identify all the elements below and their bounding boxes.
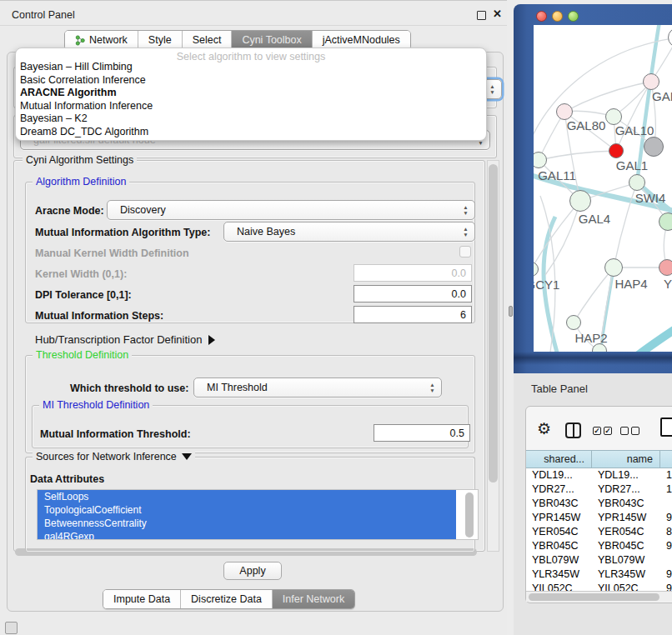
combo-stepper-icon: ▲▼	[429, 382, 436, 393]
manual-kernel-width-checkbox[interactable]	[459, 246, 471, 258]
window-zoom-button[interactable]	[568, 11, 579, 22]
control-panel-title: Control Panel	[12, 9, 75, 21]
network-node-gal4[interactable]	[569, 190, 591, 212]
algorithm-popup-item[interactable]: Mutual Information Inference	[16, 100, 486, 113]
tab-select[interactable]: Select	[182, 31, 232, 49]
network-node-label: SWI4	[635, 191, 666, 205]
tab-style[interactable]: Style	[138, 31, 182, 49]
columns-icon[interactable]	[565, 422, 581, 438]
table-row[interactable]: YIL052CYIL052C9.	[526, 582, 672, 591]
manual-kernel-width-label: Manual Kernel Width Definition	[35, 248, 189, 259]
data-attributes-list[interactable]: SelfLoopsTopologicalCoefficientBetweenne…	[37, 489, 479, 540]
network-node-gal10[interactable]	[605, 108, 622, 125]
algorithm-popup-item[interactable]: Basic Correlation Inference	[16, 74, 486, 88]
split-pane-handle-icon[interactable]	[509, 306, 513, 317]
hub-definition-section[interactable]: Hub/Transcription Factor Definition	[35, 333, 215, 346]
table-row[interactable]: YER054CYER054C8.	[526, 525, 672, 539]
network-node-label: HAP4	[614, 277, 647, 291]
mi-threshold-label: Mutual Information Threshold:	[40, 428, 191, 440]
which-threshold-combobox[interactable]: MI Threshold ▲▼	[193, 378, 442, 398]
sources-title-text: Sources for Network Inference	[36, 451, 177, 462]
table-cell: 12	[660, 482, 672, 497]
deselect-all-icon[interactable]	[631, 427, 639, 435]
data-attribute-item[interactable]: BetweennessCentrality	[38, 517, 456, 530]
mi-threshold-field[interactable]: 0.5	[374, 424, 470, 442]
gear-icon[interactable]: ⚙	[537, 419, 551, 438]
mi-algorithm-type-value: Naive Bayes	[237, 226, 295, 238]
restore-panel-icon[interactable]	[5, 622, 18, 634]
select-all-icon[interactable]: ✓	[604, 427, 612, 435]
float-panel-icon[interactable]	[477, 11, 486, 20]
attributes-list-scrollbar-thumb[interactable]	[465, 492, 474, 538]
table-row[interactable]: YDL19...YDL19...13	[526, 468, 672, 482]
data-attribute-item[interactable]: TopologicalCoefficient	[38, 503, 456, 517]
tab-cyni-toolbox[interactable]: Cyni Toolbox	[231, 31, 311, 49]
algorithm-popup-item[interactable]: Bayesian – Hill Climbing	[16, 61, 486, 74]
network-node-swi4[interactable]	[629, 174, 645, 191]
table-row[interactable]: YDR27...YDR27...12	[526, 482, 672, 497]
algorithm-popup-item[interactable]: Dream8 DC_TDC Algorithm	[16, 126, 486, 139]
tab-network[interactable]: Network	[65, 31, 138, 49]
table-row[interactable]: YPR145WYPR145W9.	[526, 511, 672, 525]
table-cell: YBR043C	[526, 497, 592, 511]
network-node-hap2[interactable]	[566, 315, 581, 330]
window-minimize-button[interactable]	[552, 11, 563, 22]
table-cell: YLR345W	[526, 568, 592, 582]
settings-vertical-scrollbar-thumb[interactable]	[489, 164, 498, 482]
network-node-y[interactable]	[659, 259, 672, 276]
network-node[interactable]	[644, 137, 664, 157]
new-table-icon[interactable]	[660, 418, 672, 437]
select-all-icon[interactable]: ✓	[593, 427, 601, 435]
kernel-width-field[interactable]: 0.0	[354, 264, 472, 282]
tab-network-label: Network	[89, 31, 128, 49]
table-cell: YER054C	[592, 525, 660, 539]
table-cell: YIL052C	[526, 582, 592, 591]
table-cell: YDR27...	[592, 482, 660, 497]
deselect-all-icon[interactable]	[620, 427, 629, 435]
algorithm-popup-item[interactable]: Bayesian – K2	[16, 112, 486, 126]
table-horizontal-scrollbar[interactable]	[526, 591, 672, 602]
tab-select-label: Select	[193, 31, 222, 49]
column-header-shared-name[interactable]: shared...	[526, 450, 592, 468]
column-header-name[interactable]: name	[592, 450, 660, 468]
aracne-mode-label: Aracne Mode:	[35, 205, 104, 217]
network-view-canvas[interactable]: GALGAL80GAL10GAL1GAL11SWI4GAL4GCY1HAP4YH…	[534, 25, 672, 352]
cyni-algorithm-settings-title: Cyni Algorithm Settings	[23, 154, 137, 166]
close-panel-icon[interactable]: ✕	[493, 8, 502, 20]
settings-vertical-scrollbar[interactable]	[487, 160, 499, 552]
algorithm-dropdown-popup: Select algorithm to view settings Bayesi…	[15, 48, 487, 141]
table-row[interactable]: YBR045CYBR045C9.	[526, 539, 672, 553]
data-attribute-item[interactable]: SelfLoops	[38, 490, 456, 503]
network-node[interactable]	[659, 212, 672, 231]
combo-stepper-icon: ▲▼	[462, 226, 469, 238]
network-node-gal1[interactable]	[609, 143, 624, 158]
expand-arrow-icon[interactable]	[208, 335, 215, 345]
network-node-hap4[interactable]	[604, 258, 623, 277]
aracne-mode-combobox[interactable]: Discovery ▲▼	[107, 200, 475, 220]
mi-steps-field[interactable]: 6	[354, 306, 472, 323]
collapse-arrow-icon[interactable]	[182, 453, 192, 460]
network-node-gal80[interactable]	[556, 103, 573, 120]
mi-algorithm-type-combobox[interactable]: Naive Bayes ▲▼	[223, 222, 475, 242]
tab-impute-data-label: Impute Data	[113, 590, 170, 608]
tab-impute-data[interactable]: Impute Data	[103, 590, 180, 608]
tab-jactivemnodules[interactable]: jActiveMNodules	[312, 31, 410, 49]
table-row[interactable]: YLR345WYLR345W9.	[526, 568, 672, 582]
table-cell: YDL19...	[592, 468, 660, 482]
tab-discretize-data[interactable]: Discretize Data	[180, 590, 272, 608]
data-attribute-item[interactable]: gal4RGexp	[38, 530, 456, 540]
table-row[interactable]: YBR043CYBR043C	[526, 497, 672, 511]
window-close-button[interactable]	[536, 11, 547, 22]
network-node-label: Y	[664, 277, 672, 291]
table-row[interactable]: YBL079WYBL079W	[526, 553, 672, 568]
network-node-label: HAP2	[574, 331, 607, 345]
algorithm-popup-item[interactable]: ARACNE Algorithm	[16, 87, 486, 100]
column-header-partial[interactable]	[660, 450, 672, 468]
tab-infer-network[interactable]: Infer Network	[272, 590, 354, 608]
combo-stepper-icon: ▲▼	[462, 204, 469, 216]
network-tab-icon	[75, 35, 85, 46]
table-horizontal-scrollbar-thumb[interactable]	[529, 593, 659, 601]
apply-button[interactable]: Apply	[223, 562, 282, 580]
dpi-tolerance-field[interactable]: 0.0	[354, 285, 472, 302]
network-node-gal[interactable]	[643, 73, 659, 90]
